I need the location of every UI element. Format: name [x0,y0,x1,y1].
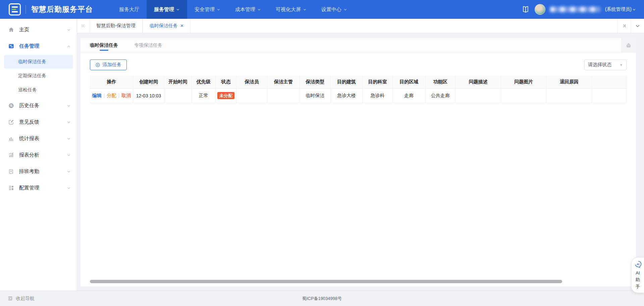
status-filter-select[interactable]: 请选择状态 ▼ [584,59,627,70]
sidebar-item-label: 统计报表 [19,135,67,142]
tabs-dropdown-button[interactable] [631,19,644,33]
content-card: 临时保洁任务 专项保洁任务 添加任务 [80,38,636,287]
toolbar: 添加任务 请选择状态 ▼ [90,59,627,70]
chevron-down-icon [343,8,347,11]
chevron-down-icon [67,120,71,124]
nav-item-2[interactable]: 安全管理 [187,0,228,19]
column-header: 退回原因 [546,76,592,88]
chevron-down-icon [257,8,261,11]
table-cell: 12-03 10:03 [133,88,164,103]
table-cell: 急诊大楼 [330,88,362,103]
page-tabs: 临时保洁任务 专项保洁任务 [80,38,636,53]
horizontal-scrollbar[interactable] [90,280,562,283]
sidebar-item-3[interactable]: 意见反馈 [0,114,77,130]
column-header: 保洁主管 [267,76,300,88]
sidebar-item-5[interactable]: 报表分析 [0,147,77,163]
nav-item-4[interactable]: 可视化大屏 [268,0,314,19]
sidebar-item-7[interactable]: 配置管理 [0,180,77,196]
nav-item-0[interactable]: 服务大厅 [112,0,147,19]
schedule-icon [8,168,14,175]
sidebar-item-4[interactable]: 统计报表 [0,130,77,147]
window-tabbar: 智慧后勤-保洁管理 临时保洁任务 × [77,19,644,33]
chevron-down-icon [67,104,71,108]
column-header: 创建时间 [133,76,164,88]
tab-special-cleaning-tasks[interactable]: 专项保洁任务 [134,38,162,52]
user-role-menu[interactable]: (系统管理员) [605,6,636,12]
logo-divider [25,5,26,14]
sidebar-subitem-0[interactable]: 临时保洁任务 [4,55,73,69]
edit-link[interactable]: 编辑 [92,93,102,98]
ai-assistant-label: AI [636,270,640,276]
nav-item-label: 设置中心 [321,6,341,13]
sidebar-item-label: 排班考勤 [19,168,67,175]
user-avatar[interactable] [535,4,545,15]
sidebar-item-label: 报表分析 [19,152,67,158]
column-header: 保洁类型 [300,76,330,88]
tab-temporary-cleaning-tasks[interactable]: 临时保洁任务 [90,38,118,52]
tabs-scroll-left-button[interactable] [77,19,89,33]
column-header: 保洁员 [236,76,267,88]
assign-link[interactable]: 分配 [107,93,116,98]
table-cell: 公共走廊 [425,88,455,103]
window-tab-cleaning-management[interactable]: 智慧后勤-保洁管理 [89,19,143,33]
nav-item-label: 安全管理 [195,6,215,13]
navbar-right: (系统管理员) [521,4,636,15]
table-cell: 编辑|分配|取消 [90,88,133,103]
manual-book-icon[interactable] [521,5,530,14]
sidebar-item-0[interactable]: 主页 [0,21,77,38]
table-cell: 临时保洁 [300,88,330,103]
ai-assistant-label: 手 [636,283,640,289]
ai-head-icon: AI [634,260,642,268]
workspace: 临时保洁任务 专项保洁任务 添加任务 [77,33,644,291]
column-header: 操作 [90,76,133,88]
close-icon[interactable]: × [180,23,183,29]
table-cell: 未分配 [215,88,236,103]
sidebar: 主页任务管理临时保洁任务定期保洁任务巡检任务历史任务意见反馈统计报表报表分析排班… [0,19,77,291]
column-header: 目的建筑 [330,76,362,88]
main-area: 智慧后勤-保洁管理 临时保洁任务 × [77,19,644,291]
chevron-down-icon [303,8,307,11]
column-header: 目的科室 [363,76,392,88]
window-tab-temporary-cleaning[interactable]: 临时保洁任务 × [143,19,191,33]
svg-text:AI: AI [637,263,639,266]
chevron-down-icon [67,137,71,141]
ai-assistant-button[interactable]: AI AI助手 [631,257,644,293]
brush-icon-button[interactable] [621,38,636,53]
task-table-wrap: 操作创建时间开始时间优先级状态保洁员保洁主管保洁类型目的建筑目的科室目的区域功能… [90,76,627,103]
table-cell [455,88,501,103]
sidebar-item-2[interactable]: 历史任务 [0,97,77,114]
username-blurred [550,7,600,12]
cancel-link[interactable]: 取消 [121,93,131,98]
column-header: 状态 [215,76,236,88]
home-icon [8,27,14,33]
card-body: 添加任务 请选择状态 ▼ 操作创建时间开始时间优先级状态保洁员保洁主管保洁类型目… [80,53,636,287]
nav-item-1[interactable]: 服务管理 [147,0,187,19]
table-cell [501,88,546,103]
sidebar-subitem-1[interactable]: 定期保洁任务 [4,69,73,83]
sidebar-item-1[interactable]: 任务管理 [0,38,77,54]
action-separator: | [104,93,105,98]
status-badge: 未分配 [217,92,234,99]
ai-assistant-label: 助 [636,277,640,282]
chevron-down-icon [67,186,71,190]
column-header: 目的区域 [392,76,425,88]
table-cell: 正常 [192,88,215,103]
chevron-up-icon [67,44,71,48]
nav-item-5[interactable]: 设置中心 [314,0,355,19]
sidebar-subitem-2[interactable]: 巡检任务 [4,83,73,97]
collapse-nav-button[interactable]: 收起导航 [7,296,35,302]
table-body: 编辑|分配|取消12-03 10:03正常未分配临时保洁急诊大楼急诊科走廊公共走… [90,88,627,103]
table-row: 编辑|分配|取消12-03 10:03正常未分配临时保洁急诊大楼急诊科走廊公共走… [90,88,627,103]
sidebar-item-6[interactable]: 排班考勤 [0,163,77,180]
plus-circle-icon [95,62,100,68]
config-icon [8,185,14,191]
action-separator: | [118,93,119,98]
tabs-scroll-right-button[interactable] [617,19,631,33]
add-task-button[interactable]: 添加任务 [90,59,127,70]
sidebar-item-label: 配置管理 [19,185,67,191]
nav-item-3[interactable]: 成本管理 [228,0,268,19]
page-root: 智慧后勤服务平台 服务大厅服务管理安全管理成本管理可视化大屏设置中心 (系统管理… [0,0,644,306]
table-cell [236,88,267,103]
window-tab-label: 智慧后勤-保洁管理 [96,23,136,29]
top-menu: 服务大厅服务管理安全管理成本管理可视化大屏设置中心 [112,0,355,19]
